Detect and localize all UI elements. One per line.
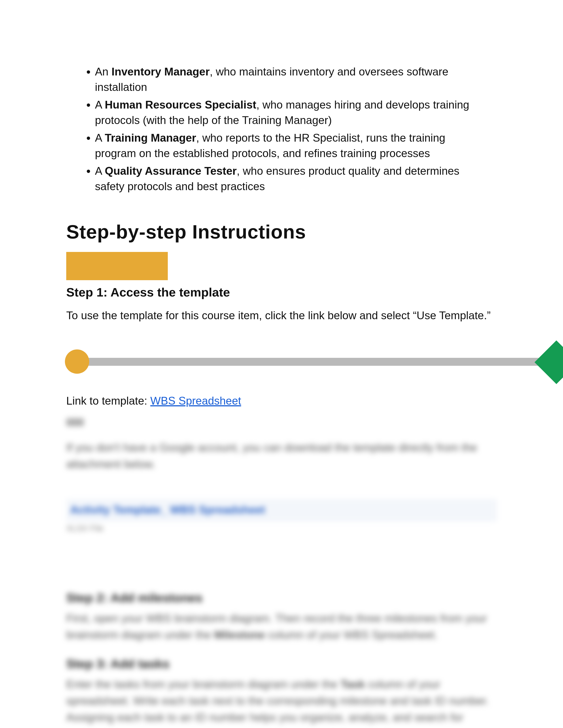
link-prefix: Link to template:	[66, 395, 150, 407]
step3-heading: Step 3: Add tasks	[66, 657, 497, 671]
download-subtext: XLSX File	[66, 524, 497, 533]
step2-body: First, open your WBS brainstorm diagram.…	[66, 610, 497, 643]
separator-bar	[66, 358, 563, 366]
list-item: A Quality Assurance Tester, who ensures …	[95, 163, 497, 194]
step3-body-a: Enter the tasks from your brainstorm dia…	[66, 678, 341, 690]
step2-bold: Milestone	[214, 629, 265, 641]
step1-heading: Step 1: Access the template	[66, 285, 497, 299]
role-title: Human Resources Specialist	[105, 99, 256, 111]
template-link[interactable]: WBS Spreadsheet	[150, 395, 241, 407]
role-title: Quality Assurance Tester	[105, 165, 236, 177]
decorative-highlight-block	[66, 252, 168, 280]
document-page: An Inventory Manager, who maintains inve…	[0, 0, 563, 728]
role-prefix: A	[95, 165, 105, 177]
download-link[interactable]: Activity Template_ WBS Spreadsheet	[70, 504, 265, 516]
step3-bold: Task	[341, 678, 365, 690]
step1-body: To use the template for this course item…	[66, 307, 497, 324]
separator-graphic	[66, 348, 497, 375]
list-item: A Human Resources Specialist, who manage…	[95, 97, 497, 128]
circle-icon	[65, 349, 89, 374]
blurred-preview-region: If you don't have a Google account, you …	[66, 418, 497, 726]
or-chip	[66, 418, 84, 426]
download-row: Activity Template_ WBS Spreadsheet	[66, 499, 497, 522]
step3-body: Enter the tasks from your brainstorm dia…	[66, 676, 497, 726]
blurred-paragraph: If you don't have a Google account, you …	[66, 439, 497, 473]
diamond-icon	[535, 340, 563, 384]
role-prefix: An	[95, 66, 111, 78]
role-prefix: A	[95, 132, 105, 144]
step2-heading: Step 2: Add milestones	[66, 591, 497, 605]
roles-list: An Inventory Manager, who maintains inve…	[79, 64, 497, 194]
template-link-line: Link to template: WBS Spreadsheet	[66, 394, 497, 407]
step2-body-b: column of your WBS Spreadsheet.	[265, 629, 437, 641]
role-title: Inventory Manager	[111, 66, 210, 78]
role-prefix: A	[95, 99, 105, 111]
section-heading: Step-by-step Instructions	[66, 221, 497, 243]
list-item: An Inventory Manager, who maintains inve…	[95, 64, 497, 95]
list-item: A Training Manager, who reports to the H…	[95, 130, 497, 161]
role-title: Training Manager	[105, 132, 196, 144]
